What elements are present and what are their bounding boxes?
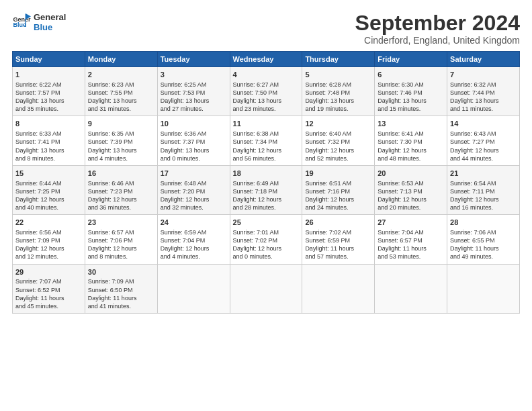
calendar-cell [447,264,520,313]
day-info: Daylight: 12 hours [161,195,227,203]
column-header-thursday: Thursday [302,52,375,67]
day-info: Sunrise: 6:53 AM [378,179,444,187]
day-info: Sunrise: 6:51 AM [305,179,371,187]
day-info: Sunset: 7:02 PM [233,236,300,244]
day-info: Daylight: 12 hours [233,244,300,253]
day-info: Sunrise: 6:28 AM [305,81,371,89]
calendar-cell: 10Sunrise: 6:36 AMSunset: 7:37 PMDayligh… [157,116,230,165]
day-info: Sunrise: 6:43 AM [450,130,517,138]
day-number: 2 [88,70,154,80]
day-info: Sunset: 7:13 PM [378,187,444,195]
day-number: 29 [15,267,82,277]
day-info: Sunrise: 7:06 AM [450,228,517,236]
day-number: 1 [15,70,82,80]
day-number: 16 [88,169,154,179]
day-info: and 12 minutes. [15,253,82,261]
calendar-cell: 24Sunrise: 6:59 AMSunset: 7:04 PMDayligh… [157,215,230,264]
day-info: Sunrise: 6:56 AM [15,228,82,236]
day-info: and 40 minutes. [15,203,82,212]
day-info: Daylight: 12 hours [305,146,371,154]
day-info: Daylight: 13 hours [88,146,154,154]
day-number: 4 [233,70,300,80]
calendar-cell: 16Sunrise: 6:46 AMSunset: 7:23 PMDayligh… [85,165,157,214]
day-number: 10 [161,119,227,129]
day-info: Daylight: 13 hours [233,97,300,105]
day-info: Daylight: 13 hours [15,97,82,105]
calendar-table: SundayMondayTuesdayWednesdayThursdayFrid… [12,51,520,314]
day-info: Daylight: 12 hours [305,195,371,203]
logo-icon: General Blue [12,13,31,32]
day-info: Sunset: 6:59 PM [305,236,371,244]
day-number: 20 [378,169,444,179]
day-info: Sunrise: 6:44 AM [15,179,82,187]
day-info: Daylight: 12 hours [450,146,517,154]
day-number: 25 [233,218,300,228]
day-number: 15 [15,169,82,179]
day-number: 11 [233,119,300,129]
day-info: Sunset: 7:32 PM [305,138,371,146]
day-info: Daylight: 12 hours [88,195,154,203]
day-info: Daylight: 11 hours [88,294,154,302]
day-info: Daylight: 13 hours [378,97,444,105]
day-info: Sunset: 6:50 PM [88,286,154,294]
logo: General Blue General Blue [12,12,66,32]
day-info: Daylight: 12 hours [378,146,444,154]
day-info: Sunset: 7:53 PM [161,89,227,97]
day-info: Sunset: 7:55 PM [88,89,154,97]
day-info: Daylight: 12 hours [233,146,300,154]
day-info: and 35 minutes. [15,105,82,113]
day-info: Sunset: 7:27 PM [450,138,517,146]
day-info: Sunset: 7:34 PM [233,138,300,146]
day-info: Daylight: 13 hours [450,97,517,105]
day-info: Sunrise: 6:30 AM [378,81,444,89]
day-info: Sunset: 7:16 PM [305,187,371,195]
calendar-cell: 5Sunrise: 6:28 AMSunset: 7:48 PMDaylight… [302,67,375,116]
day-info: and 41 minutes. [88,302,154,310]
calendar-cell: 1Sunrise: 6:22 AMSunset: 7:57 PMDaylight… [13,67,85,116]
day-info: Sunrise: 7:01 AM [233,228,300,236]
day-info: Sunrise: 6:54 AM [450,179,517,187]
day-info: Sunrise: 6:27 AM [233,81,300,89]
day-info: and 56 minutes. [233,154,300,163]
calendar-cell: 15Sunrise: 6:44 AMSunset: 7:25 PMDayligh… [13,165,85,214]
day-number: 13 [378,119,444,129]
day-number: 6 [378,70,444,80]
day-info: Daylight: 11 hours [450,244,517,253]
column-header-wednesday: Wednesday [230,52,302,67]
day-info: and 19 minutes. [305,105,371,113]
day-info: Sunset: 7:48 PM [305,89,371,97]
day-info: Daylight: 13 hours [88,97,154,105]
day-info: Sunrise: 7:04 AM [378,228,444,236]
calendar-cell: 27Sunrise: 7:04 AMSunset: 6:57 PMDayligh… [375,215,447,264]
calendar-cell: 3Sunrise: 6:25 AMSunset: 7:53 PMDaylight… [157,67,230,116]
title-block: September 2024 Cinderford, England, Unit… [355,12,520,46]
day-info: and 32 minutes. [161,203,227,212]
day-number: 14 [450,119,517,129]
column-header-monday: Monday [85,52,157,67]
day-info: Sunset: 7:39 PM [88,138,154,146]
calendar-cell: 2Sunrise: 6:23 AMSunset: 7:55 PMDaylight… [85,67,157,116]
column-header-saturday: Saturday [447,52,520,67]
day-number: 12 [305,119,371,129]
calendar-cell: 21Sunrise: 6:54 AMSunset: 7:11 PMDayligh… [447,165,520,214]
day-info: and 11 minutes. [450,105,517,113]
day-info: Sunrise: 7:07 AM [15,277,82,285]
day-number: 21 [450,169,517,179]
calendar-cell [302,264,375,313]
calendar-cell: 28Sunrise: 7:06 AMSunset: 6:55 PMDayligh… [447,215,520,264]
day-info: Sunset: 7:37 PM [161,138,227,146]
calendar-cell: 4Sunrise: 6:27 AMSunset: 7:50 PMDaylight… [230,67,302,116]
day-info: Daylight: 13 hours [161,146,227,154]
day-info: Sunrise: 6:40 AM [305,130,371,138]
day-info: Sunset: 7:23 PM [88,187,154,195]
calendar-cell: 20Sunrise: 6:53 AMSunset: 7:13 PMDayligh… [375,165,447,214]
day-info: Daylight: 13 hours [15,146,82,154]
svg-text:Blue: Blue [13,21,26,28]
day-info: and 45 minutes. [15,302,82,310]
day-info: Sunset: 7:11 PM [450,187,517,195]
calendar-cell: 29Sunrise: 7:07 AMSunset: 6:52 PMDayligh… [13,264,85,313]
day-number: 24 [161,218,227,228]
day-info: Sunset: 7:06 PM [88,236,154,244]
day-info: Sunset: 7:44 PM [450,89,517,97]
calendar-cell: 14Sunrise: 6:43 AMSunset: 7:27 PMDayligh… [447,116,520,165]
